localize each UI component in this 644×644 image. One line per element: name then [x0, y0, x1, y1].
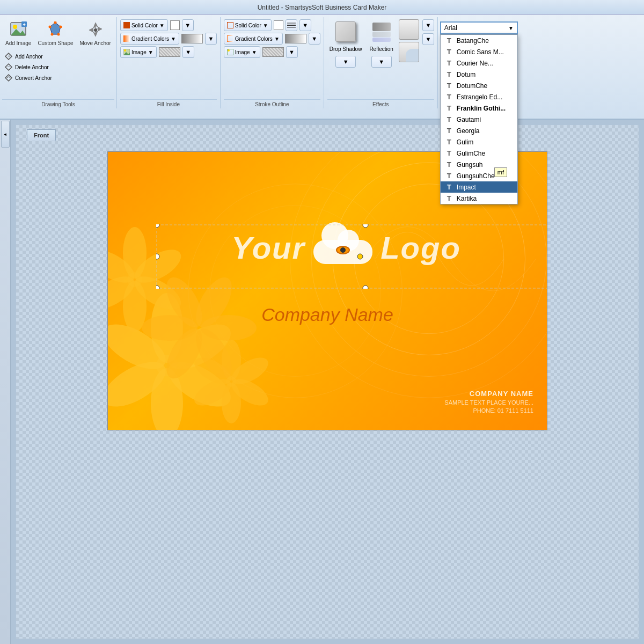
- fill-image-extra-button[interactable]: ▼: [182, 46, 194, 58]
- stroke-gradient-swatch[interactable]: [285, 34, 306, 43]
- convert-anchor-label: Convert Anchor: [15, 75, 52, 81]
- stroke-gradient-label: Gradient Colors: [235, 36, 273, 42]
- font-item-impact[interactable]: T Impact: [441, 181, 517, 193]
- drop-shadow-icon: [335, 21, 356, 42]
- card-info: COMPANY NAME SAMPLE TEXT PLACE YOURE... …: [444, 390, 533, 414]
- fill-gradient-swatch[interactable]: [181, 34, 203, 43]
- stroke-image-row: Image ▼ ▼: [224, 46, 320, 58]
- delete-anchor-label: Delete Anchor: [15, 64, 49, 70]
- stroke-image-button[interactable]: Image ▼: [224, 46, 260, 58]
- svg-text:−: −: [8, 64, 11, 70]
- drawing-tools-label: Drawing Tools: [2, 99, 114, 108]
- fill-solid-color-row: Solid Color ▼ ▼: [120, 19, 217, 31]
- flowers-svg: [107, 162, 328, 430]
- drop-shadow-dropdown[interactable]: ▼: [335, 56, 356, 68]
- reflection-dropdown[interactable]: ▼: [371, 56, 392, 68]
- add-image-label: Add Image: [5, 40, 31, 47]
- drop-shadow-label: Drop Shadow: [330, 46, 362, 53]
- ribbon-inner: + Add Image: [0, 17, 644, 108]
- svg-point-29: [228, 49, 230, 52]
- fill-image-swatch[interactable]: [159, 47, 180, 57]
- fill-inside-section: Solid Color ▼ ▼ Gradient Colors ▼ ▼ Imag: [117, 17, 221, 108]
- svg-point-69: [363, 286, 368, 289]
- fill-image-row: Image ▼ ▼: [120, 46, 217, 58]
- add-anchor-label: Add Anchor: [15, 54, 43, 60]
- fill-gradient-button[interactable]: Gradient Colors ▼: [120, 33, 179, 45]
- left-panel-button[interactable]: ◄: [1, 121, 10, 148]
- stroke-gradient-extra-button[interactable]: ▼: [309, 33, 320, 45]
- drawing-tools-section: + Add Image: [0, 17, 117, 108]
- stroke-solid-swatch[interactable]: [274, 20, 283, 30]
- fill-solid-color-swatch[interactable]: [170, 20, 180, 30]
- canvas-tab-front[interactable]: Front: [27, 129, 56, 141]
- font-item-kartika[interactable]: T Kartika: [441, 193, 517, 204]
- font-item-comic[interactable]: T Comic Sans M...: [441, 46, 517, 57]
- stroke-image-label: Image: [235, 49, 250, 55]
- stroke-gradient-button[interactable]: Gradient Colors ▼: [224, 33, 283, 45]
- svg-rect-23: [227, 22, 233, 28]
- font-item-gungsuh[interactable]: T Gungsuh: [441, 159, 517, 170]
- ribbon: + Add Image: [0, 15, 644, 120]
- font-section: Arial ▼ T BatangChe T Comic Sans M... T …: [438, 17, 644, 108]
- effect-dropdown-1[interactable]: ▼: [422, 19, 434, 31]
- font-item-georgia[interactable]: T Georgia: [441, 125, 517, 136]
- move-anchor-button[interactable]: Move Anchor: [77, 19, 114, 49]
- canvas-area[interactable]: Front: [11, 120, 644, 644]
- stroke-image-swatch[interactable]: [262, 47, 284, 57]
- svg-point-1: [13, 25, 17, 29]
- effect-square-2[interactable]: [399, 42, 419, 62]
- svg-point-8: [57, 33, 60, 36]
- reflection-label: Reflection: [369, 46, 393, 53]
- stroke-solid-row: Solid Color ▼ ▼: [224, 19, 320, 31]
- svg-text:+: +: [8, 53, 11, 59]
- svg-marker-17: [5, 75, 12, 81]
- font-item-gulimche[interactable]: T GulimChe: [441, 148, 517, 159]
- stroke-image-extra-button[interactable]: ▼: [286, 46, 298, 58]
- drawing-tools-row: + Add Image: [2, 19, 114, 49]
- anchor-tools: + Add Anchor − Delete Anchor Convert Anc…: [2, 51, 114, 83]
- font-item-gautami[interactable]: T Gautami: [441, 114, 517, 125]
- stroke-solid-button[interactable]: Solid Color ▼: [224, 19, 272, 31]
- font-item-estrangelo[interactable]: T Estrangelo Ed...: [441, 91, 517, 103]
- stroke-extra-button[interactable]: ▼: [299, 19, 311, 31]
- font-item-courier[interactable]: T Courier Ne...: [441, 57, 517, 69]
- fill-image-button[interactable]: Image ▼: [120, 46, 157, 58]
- stroke-pattern-button[interactable]: [286, 19, 297, 31]
- font-item-gulim[interactable]: T Gulim: [441, 136, 517, 148]
- svg-point-70: [156, 254, 159, 259]
- add-anchor-button[interactable]: + Add Anchor: [2, 51, 114, 62]
- font-item-gungsuhche[interactable]: T GungsuhChe: [441, 170, 517, 181]
- font-item-dotumche[interactable]: T DotumChe: [441, 80, 517, 91]
- move-anchor-icon: [87, 21, 104, 39]
- add-image-button[interactable]: + Add Image: [2, 19, 34, 49]
- font-item-dotum[interactable]: T Dotum: [441, 69, 517, 80]
- effect-dropdowns: ▼ ▼: [422, 19, 434, 45]
- card-info-line3: PHONE: 01 7111 5111: [444, 407, 533, 414]
- effects-section: Drop Shadow ▼ Reflection ▼: [324, 17, 438, 108]
- company-name: Company Name: [108, 304, 547, 325]
- effect-dropdown-2[interactable]: ▼: [422, 33, 434, 45]
- font-item-batangche[interactable]: T BatangChe: [441, 35, 517, 46]
- delete-anchor-button[interactable]: − Delete Anchor: [2, 62, 114, 72]
- font-dropdown[interactable]: T BatangChe T Comic Sans M... T Courier …: [440, 34, 518, 204]
- reflection-button[interactable]: Reflection ▼: [367, 19, 395, 70]
- custom-shape-button[interactable]: Custom Shape: [34, 19, 76, 49]
- fill-solid-color-button[interactable]: Solid Color ▼: [120, 19, 168, 31]
- font-input[interactable]: Arial ▼: [440, 21, 518, 34]
- svg-marker-5: [50, 23, 61, 34]
- svg-point-9: [51, 33, 54, 36]
- drop-shadow-button[interactable]: Drop Shadow ▼: [327, 19, 364, 70]
- fill-solid-extra-button[interactable]: ▼: [182, 19, 194, 31]
- extra-effects: [399, 19, 419, 62]
- add-image-icon: +: [10, 21, 27, 39]
- fill-gradient-extra-button[interactable]: ▼: [205, 33, 217, 45]
- effect-square-1[interactable]: [399, 19, 419, 40]
- svg-point-10: [49, 26, 52, 28]
- left-panel: ◄: [0, 120, 11, 644]
- fill-gradient-row: Gradient Colors ▼ ▼: [120, 33, 217, 45]
- convert-anchor-button[interactable]: Convert Anchor: [2, 72, 114, 83]
- custom-shape-label: Custom Shape: [38, 40, 73, 47]
- font-item-franklin[interactable]: T Franklin Gothi...: [441, 103, 517, 114]
- svg-point-49: [127, 272, 142, 287]
- svg-rect-18: [123, 22, 130, 28]
